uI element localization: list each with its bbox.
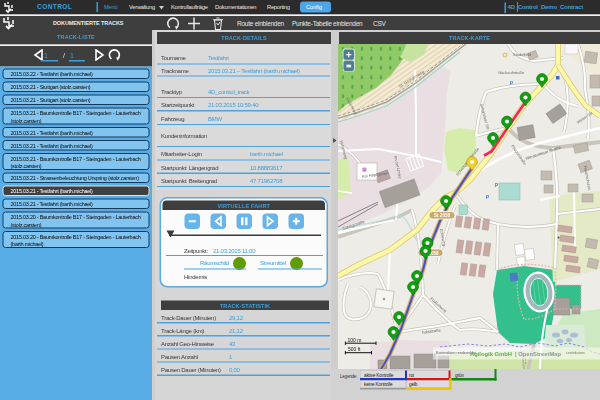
svg-text:Gäckaufstraße: Gäckaufstraße — [498, 70, 525, 75]
svg-text:Stadelfeld: Stadelfeld — [513, 52, 531, 57]
svg-text:P: P — [486, 195, 489, 200]
svg-text:Agilogik GmbH: Agilogik GmbH — [470, 351, 512, 357]
svg-text:P: P — [495, 183, 498, 188]
svg-text:St 2058: St 2058 — [434, 213, 451, 218]
svg-text:500 ft: 500 ft — [348, 346, 361, 352]
svg-text:▩: ▩ — [362, 166, 367, 172]
svg-text:| OpenStreetMap: | OpenStreetMap — [515, 351, 562, 357]
svg-text:contributors: contributors — [566, 351, 585, 355]
svg-text:P: P — [510, 81, 513, 86]
svg-text:100 m: 100 m — [348, 337, 362, 343]
